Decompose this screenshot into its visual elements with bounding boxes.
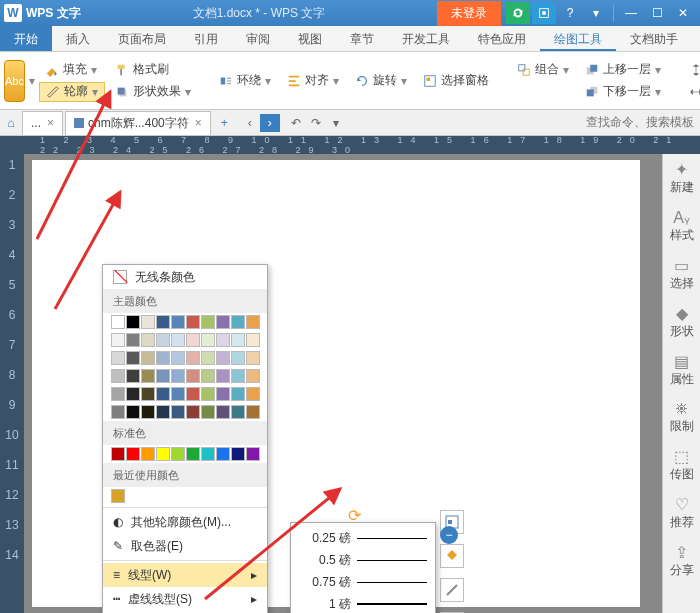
color-swatch[interactable] <box>186 351 200 365</box>
home-tab-icon[interactable]: ⌂ <box>0 116 22 130</box>
tab-10[interactable]: 文档助手 <box>616 26 692 51</box>
search-box[interactable]: 查找命令、搜索模板 <box>586 114 700 131</box>
color-swatch[interactable] <box>171 387 185 401</box>
color-swatch[interactable] <box>231 447 245 461</box>
nav-menu-icon[interactable]: ▾ <box>326 114 346 132</box>
help-icon[interactable]: ? <box>558 2 582 24</box>
color-swatch[interactable] <box>171 351 185 365</box>
color-swatch[interactable] <box>156 387 170 401</box>
sidebar-share[interactable]: ⇪分享 <box>670 543 694 579</box>
color-swatch[interactable] <box>216 351 230 365</box>
color-swatch[interactable] <box>246 447 260 461</box>
sidebar-limit[interactable]: ⛯限制 <box>670 400 694 435</box>
nav-redo-icon[interactable]: ↷ <box>306 114 326 132</box>
color-swatch[interactable] <box>231 333 245 347</box>
format-painter-button[interactable]: 格式刷 <box>109 60 197 80</box>
color-swatch[interactable] <box>201 333 215 347</box>
color-swatch[interactable] <box>231 387 245 401</box>
color-swatch[interactable] <box>246 351 260 365</box>
color-swatch[interactable] <box>171 369 185 383</box>
color-swatch[interactable] <box>126 387 140 401</box>
fill-button[interactable]: 填充▾ <box>39 60 105 80</box>
color-swatch[interactable] <box>186 369 200 383</box>
outline-tool-icon[interactable] <box>440 578 464 602</box>
sidebar-select[interactable]: ▭选择 <box>670 256 694 292</box>
login-button[interactable]: 未登录 <box>437 1 501 26</box>
color-swatch[interactable] <box>216 387 230 401</box>
color-swatch[interactable] <box>141 387 155 401</box>
color-swatch[interactable] <box>171 447 185 461</box>
rotate-button[interactable]: 旋转▾ <box>349 71 413 91</box>
minimize-icon[interactable]: — <box>619 2 643 24</box>
color-swatch[interactable] <box>186 447 200 461</box>
tab-9[interactable]: 绘图工具 <box>540 26 616 51</box>
color-swatch[interactable] <box>216 333 230 347</box>
tab-2[interactable]: 页面布局 <box>104 26 180 51</box>
color-swatch[interactable] <box>231 405 245 419</box>
bring-forward-button[interactable]: 上移一层▾ <box>579 60 667 80</box>
color-swatch[interactable] <box>141 315 155 329</box>
color-swatch[interactable] <box>111 315 125 329</box>
delete-float-icon[interactable]: − <box>440 526 458 544</box>
color-swatch[interactable] <box>246 333 260 347</box>
maximize-icon[interactable]: ☐ <box>645 2 669 24</box>
align-button[interactable]: 对齐▾ <box>281 71 345 91</box>
color-swatch[interactable] <box>111 369 125 383</box>
color-swatch[interactable] <box>111 447 125 461</box>
color-swatch[interactable] <box>201 351 215 365</box>
sidebar-shape[interactable]: ◆形状 <box>670 304 694 340</box>
color-swatch[interactable] <box>141 351 155 365</box>
tab-5[interactable]: 视图 <box>284 26 336 51</box>
sidebar-prop[interactable]: ▤属性 <box>670 352 694 388</box>
selection-pane-button[interactable]: 选择窗格 <box>417 71 495 91</box>
close-icon[interactable]: ✕ <box>671 2 695 24</box>
theme-icon[interactable] <box>532 2 556 24</box>
color-swatch[interactable] <box>201 369 215 383</box>
color-swatch[interactable] <box>201 315 215 329</box>
color-swatch[interactable] <box>126 351 140 365</box>
group-button[interactable]: 组合▾ <box>511 60 575 80</box>
nav-undo-icon[interactable]: ↶ <box>286 114 306 132</box>
color-swatch[interactable] <box>111 333 125 347</box>
close-tab-icon[interactable]: × <box>195 116 202 130</box>
shape-effect-button[interactable]: 形状效果▾ <box>109 82 197 102</box>
color-swatch[interactable] <box>246 315 260 329</box>
color-swatch[interactable] <box>171 333 185 347</box>
color-swatch[interactable] <box>231 369 245 383</box>
sidebar-map[interactable]: ⬚传图 <box>670 447 694 483</box>
sidebar-new[interactable]: ✦新建 <box>670 160 694 196</box>
tab-6[interactable]: 章节 <box>336 26 388 51</box>
color-swatch[interactable] <box>231 315 245 329</box>
color-swatch[interactable] <box>201 405 215 419</box>
nav-next-icon[interactable]: › <box>260 114 280 132</box>
fill-tool-icon[interactable] <box>440 544 464 568</box>
color-swatch[interactable] <box>126 405 140 419</box>
color-swatch[interactable] <box>156 351 170 365</box>
color-swatch[interactable] <box>246 369 260 383</box>
color-swatch[interactable] <box>201 447 215 461</box>
color-swatch[interactable] <box>171 315 185 329</box>
color-swatch[interactable] <box>156 333 170 347</box>
tab-3[interactable]: 引用 <box>180 26 232 51</box>
color-swatch[interactable] <box>216 405 230 419</box>
sidebar-recommend[interactable]: ♡推荐 <box>670 495 694 531</box>
color-swatch[interactable] <box>216 447 230 461</box>
color-swatch[interactable] <box>111 489 125 503</box>
color-swatch[interactable] <box>126 333 140 347</box>
color-swatch[interactable] <box>156 369 170 383</box>
tab-4[interactable]: 审阅 <box>232 26 284 51</box>
color-swatch[interactable] <box>246 405 260 419</box>
tab-0[interactable]: 开始 <box>0 26 52 51</box>
sidebar-style[interactable]: Aᵧ样式 <box>670 208 694 244</box>
color-swatch[interactable] <box>111 387 125 401</box>
send-backward-button[interactable]: 下移一层▾ <box>579 82 667 102</box>
color-swatch[interactable] <box>156 405 170 419</box>
tab-8[interactable]: 特色应用 <box>464 26 540 51</box>
caret-down-icon[interactable]: ▾ <box>584 2 608 24</box>
color-swatch[interactable] <box>186 315 200 329</box>
color-swatch[interactable] <box>201 387 215 401</box>
wrap-button[interactable]: 环绕▾ <box>213 71 277 91</box>
color-swatch[interactable] <box>156 447 170 461</box>
color-swatch[interactable] <box>141 405 155 419</box>
color-swatch[interactable] <box>171 405 185 419</box>
